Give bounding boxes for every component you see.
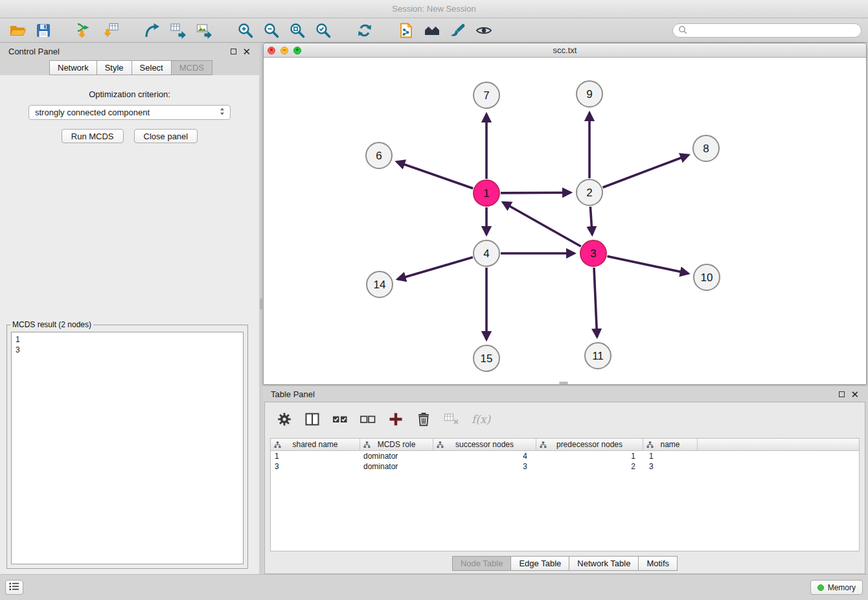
table-tab-network-table[interactable]: Network Table [569, 556, 638, 571]
zoom-selected-icon[interactable] [312, 21, 334, 40]
select-all-icon[interactable] [331, 410, 349, 428]
cell-mcds-role[interactable]: dominator [360, 451, 433, 461]
mcds-result-list[interactable]: 13 [11, 332, 244, 564]
close-table-panel-icon[interactable]: ✕ [851, 391, 859, 397]
zoom-fit-icon[interactable] [286, 21, 308, 40]
node-8[interactable]: 8 [693, 135, 719, 161]
mcds-result-groupbox: MCDS result (2 nodes) 13 [6, 320, 248, 569]
window-titlebar[interactable]: Session: New Session [0, 0, 868, 18]
edge-1-6[interactable] [396, 162, 473, 189]
column-header-shared-name[interactable]: shared name [271, 439, 360, 450]
column-header-mcds-role[interactable]: MCDS role [360, 439, 433, 450]
style-brush-icon[interactable] [447, 21, 469, 40]
edge-3-10[interactable] [608, 257, 689, 273]
zoom-out-icon[interactable] [260, 21, 282, 40]
table-row[interactable]: 3dominator323 [271, 461, 859, 472]
control-tab-mcds[interactable]: MCDS [171, 60, 212, 75]
node-2[interactable]: 2 [577, 179, 602, 205]
control-tab-network[interactable]: Network [49, 60, 97, 75]
column-header-predecessor-nodes[interactable]: predecessor nodes [536, 439, 643, 450]
gear-icon[interactable] [275, 410, 293, 428]
add-icon[interactable] [387, 410, 405, 428]
open-folder-icon[interactable] [6, 21, 29, 40]
import-network-icon[interactable] [74, 21, 96, 40]
export-image-icon[interactable] [193, 21, 215, 40]
control-tab-style[interactable]: Style [97, 60, 131, 75]
mcds-result-title: MCDS result (2 nodes) [10, 320, 93, 329]
column-header-successor-nodes[interactable]: successor nodes [433, 439, 536, 450]
float-panel-icon[interactable] [231, 49, 236, 54]
node-label: 8 [703, 143, 709, 155]
save-icon[interactable] [32, 21, 54, 40]
edge-4-14[interactable] [398, 257, 473, 279]
import-table-icon[interactable] [100, 21, 122, 40]
search-input[interactable] [690, 26, 856, 35]
search-box[interactable] [672, 23, 862, 38]
splitter-handle[interactable] [260, 298, 262, 310]
table-tab-motifs[interactable]: Motifs [638, 556, 678, 571]
cell-successor-nodes[interactable]: 4 [433, 451, 536, 461]
float-table-panel-icon[interactable] [839, 391, 845, 397]
node-14[interactable]: 14 [367, 271, 393, 297]
columns-icon[interactable] [303, 410, 321, 428]
close-panel-button[interactable]: Close panel [134, 129, 198, 143]
cell-predecessor-nodes[interactable]: 2 [536, 461, 643, 472]
close-window-icon[interactable]: × [268, 47, 275, 54]
edge-3-1[interactable] [503, 202, 581, 246]
edge-2-8[interactable] [603, 155, 689, 187]
horizontal-scrollbar-thumb[interactable] [559, 382, 568, 384]
cell-shared-name[interactable]: 1 [271, 451, 360, 461]
panel-menu-button[interactable] [5, 580, 23, 595]
table-tab-node-table[interactable]: Node Table [452, 556, 511, 571]
control-panel-title: Control Panel [8, 47, 60, 56]
trash-icon[interactable] [415, 410, 433, 428]
node-11[interactable]: 11 [585, 343, 611, 369]
export-network-icon[interactable] [141, 21, 163, 40]
mcds-result-item[interactable]: 3 [16, 345, 239, 355]
control-tab-select[interactable]: Select [131, 60, 171, 75]
edge-2-3[interactable] [590, 207, 592, 235]
table-tab-edge-table[interactable]: Edge Table [510, 556, 569, 571]
node-10[interactable]: 10 [694, 264, 720, 290]
mcds-result-item[interactable]: 1 [16, 334, 239, 345]
control-panel: Control Panel ✕ NetworkStyleSelectMCDS O… [0, 43, 259, 574]
cell-shared-name[interactable]: 3 [271, 461, 360, 472]
edge-1-2[interactable] [501, 192, 571, 193]
node-9[interactable]: 9 [577, 81, 602, 107]
zoom-window-icon[interactable]: + [293, 47, 301, 54]
table-header-row: shared nameMCDS rolesuccessor nodesprede… [271, 439, 859, 451]
network-window-titlebar[interactable]: scc.txt × − + [264, 43, 866, 58]
node-15[interactable]: 15 [474, 345, 499, 371]
export-table-icon[interactable] [167, 21, 189, 40]
doc-network-icon[interactable] [395, 21, 417, 40]
table-panel-header: Table Panel ✕ [263, 386, 867, 402]
minimize-window-icon[interactable]: − [280, 47, 288, 54]
criterion-dropdown[interactable]: strongly connected component [29, 105, 231, 120]
node-3[interactable]: 3 [580, 240, 606, 266]
cell-mcds-role[interactable]: dominator [360, 461, 433, 472]
list-icon [8, 581, 20, 594]
analyzer-icon[interactable] [421, 21, 443, 40]
zoom-in-icon[interactable] [234, 21, 257, 40]
column-header-name[interactable]: name [643, 439, 698, 450]
cell-name[interactable]: 3 [643, 461, 698, 472]
table-row[interactable]: 1dominator411 [271, 451, 859, 461]
close-panel-icon[interactable]: ✕ [242, 49, 251, 54]
optimization-criterion-label: Optimization criterion: [0, 89, 259, 99]
unselect-all-icon[interactable] [359, 410, 377, 428]
edge-3-11[interactable] [594, 268, 597, 337]
run-mcds-button[interactable]: Run MCDS [62, 129, 124, 143]
node-label: 14 [374, 279, 386, 291]
main-toolbar [0, 19, 868, 43]
cell-name[interactable]: 1 [643, 451, 698, 461]
node-6[interactable]: 6 [366, 143, 392, 168]
memory-button[interactable]: Memory [810, 580, 863, 595]
graph-canvas[interactable]: 7968124314101511 [264, 58, 866, 384]
cell-successor-nodes[interactable]: 3 [433, 461, 536, 472]
node-4[interactable]: 4 [474, 240, 499, 266]
node-1[interactable]: 1 [474, 180, 499, 206]
eye-icon[interactable] [473, 21, 495, 40]
refresh-icon[interactable] [354, 21, 376, 40]
cell-predecessor-nodes[interactable]: 1 [536, 451, 643, 461]
node-7[interactable]: 7 [474, 82, 499, 108]
